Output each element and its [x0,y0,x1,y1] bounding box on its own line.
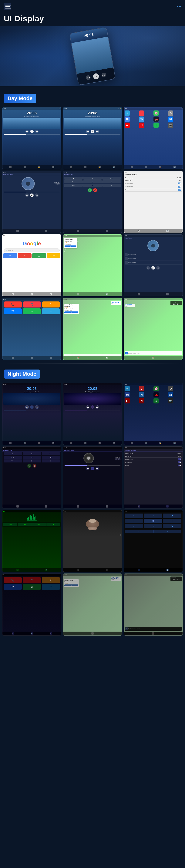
nav-icon-3[interactable]: 📻 [99,442,101,444]
next-button[interactable]: ⏭ [156,266,160,270]
music-icon[interactable]: 🎵 [166,505,168,507]
track-item-3[interactable]: 华乐_335.mp3 [125,261,182,265]
next-button[interactable]: ▶▶ [96,130,99,133]
auto-connect-night[interactable]: Auto connect [125,461,182,464]
auto-answer-toggle-night[interactable] [178,458,181,460]
nav-icon-3[interactable]: 📻 [38,442,40,444]
play-button[interactable]: ⏸ [91,130,94,133]
play-button[interactable]: ⏸ [30,405,34,409]
media-prev[interactable]: ◀◀ [173,303,175,305]
music-icon[interactable]: 🎵 [166,229,168,232]
nav-icon-1[interactable]: 📍 [152,632,154,634]
night-media-next[interactable]: ▶▶ [178,579,180,581]
media-next[interactable]: ▶▶ [178,303,180,305]
nav-up-left[interactable]: ↖ [125,514,143,518]
nav-icon-1[interactable]: 📍 [77,293,79,296]
prev-button[interactable]: ◀◀ [25,193,29,197]
nav-icon-3[interactable]: 📻 [159,166,161,168]
next-button[interactable]: ▶▶ [96,405,99,409]
nav-up[interactable]: ↑ [144,514,162,518]
prev-button[interactable]: ◀◀ [25,405,29,409]
key-7[interactable]: 7→ [4,460,22,462]
media-play[interactable]: ▶ [176,303,177,305]
camera-icon[interactable]: 📷 [168,398,173,403]
key-5[interactable]: 5 [83,180,102,183]
key-4[interactable]: 4→ [4,456,22,459]
call-button[interactable]: 📞 [88,188,92,192]
key-6[interactable]: 6 [102,180,121,183]
key-8[interactable]: 8 [83,184,102,187]
power-night[interactable]: Power [125,464,182,467]
music-icon[interactable]: 🎵 [45,229,47,232]
nav-center[interactable]: ⊙ [144,519,162,523]
nav-up-right[interactable]: ↗ [163,514,181,518]
key-5[interactable]: 5 [23,456,41,459]
eq-btn-2[interactable]: MID [18,523,31,526]
eq-btn-4[interactable]: EQ [47,523,60,526]
forward-icon[interactable]: ▶ [106,569,108,571]
nav-icon-1[interactable]: 📞 [131,442,133,444]
waze-icon[interactable]: W [139,117,144,122]
phone-icon[interactable]: 📞 [138,505,140,507]
nav-icon-1[interactable]: 📞 [9,166,11,168]
prev-button[interactable]: ◀◀ [86,405,89,409]
maps-icon[interactable]: 🗺 [125,392,130,397]
night-media-prev[interactable]: ◀◀ [173,579,175,581]
nav-dots[interactable] [177,6,181,7]
nav-icon-3[interactable]: ⚙ [50,357,52,359]
prev-button[interactable]: ◀◀ [86,467,89,470]
nav-icon-4[interactable]: 🔊 [174,166,176,168]
go-button[interactable]: GO [64,245,76,247]
music-app-night[interactable]: 🎵 [23,577,41,583]
spotify-app-night[interactable]: ♫ [23,584,41,590]
carplay-icon[interactable]: 🚗 [154,117,159,122]
night-media-play[interactable]: ▶ [176,579,177,581]
phone-icon[interactable]: 📞 [77,505,79,507]
music-icon[interactable]: 🎵 [106,229,108,232]
nav-icon-1[interactable]: 📞 [9,442,11,444]
waze-icon[interactable]: W [139,392,144,397]
play-pause-button[interactable]: ⏸ [93,73,99,80]
google-search-bar[interactable]: 🔍 Search... [4,248,60,252]
music-icon[interactable]: 🎵 [45,505,47,507]
nav-icon-4[interactable]: 🔊 [52,442,54,444]
home-icon[interactable]: ⌂ [12,632,14,634]
phone-icon[interactable]: 📞 [17,229,19,232]
phone-app-night[interactable]: 📞 [4,577,22,583]
prev-button[interactable]: ⏮ [147,266,150,270]
nav-icon[interactable]: ◀ [12,293,14,296]
prev-button[interactable]: ◀◀ [86,130,89,133]
key-2[interactable]: 2 [23,452,41,455]
zoom-in-btn[interactable]: + [125,530,153,533]
podcast-app-icon[interactable]: 🎙 [42,302,60,308]
call-button[interactable]: 📞 [27,464,31,468]
nav-icon-2[interactable]: 🎵 [84,166,86,168]
forward-button[interactable]: ▶▶ [101,72,106,78]
drive-icon[interactable]: △ [32,253,46,258]
nav-icon-1[interactable]: 📞 [17,569,19,571]
nav-icon-4[interactable]: 🔊 [113,166,115,168]
nav-icon-1[interactable]: 📞 [70,442,72,444]
nav-icon-2[interactable]: 🎵 [145,442,147,444]
settings-icon[interactable]: ⚙ [168,386,173,392]
auto-answer-night[interactable]: Auto answer [125,458,182,461]
maps-app-icon[interactable]: 🗺 [4,308,22,314]
power-setting[interactable]: Power [125,188,182,191]
volume-icon[interactable]: 🔊 [31,632,33,634]
phone-icon[interactable]: 📞 [77,229,79,232]
go-button[interactable]: GO [64,311,78,313]
key-9[interactable]: 9 [42,460,60,462]
track-item-2[interactable]: 华乐_334.mp3 [125,257,182,261]
play-button[interactable]: ▶ [91,467,94,470]
auto-answer-toggle[interactable] [178,183,181,184]
nav-icon-1[interactable]: 📞 [131,166,133,168]
track-item-1[interactable]: 华乐_333.mp3 [125,253,182,257]
nav-icon-1[interactable]: 📞 [70,166,72,168]
nav-icon-1[interactable]: 📍 [152,357,154,359]
music-icon[interactable]: 🎵 [106,505,108,507]
maps-icon[interactable]: 🗺 [125,117,130,122]
phone-icon[interactable]: 📞 [138,229,140,232]
music-app-icon[interactable]: 🎵 [23,302,41,308]
eq-btn-3[interactable]: TREBLE [32,523,46,526]
gmail-icon[interactable]: ✉ [3,253,17,258]
